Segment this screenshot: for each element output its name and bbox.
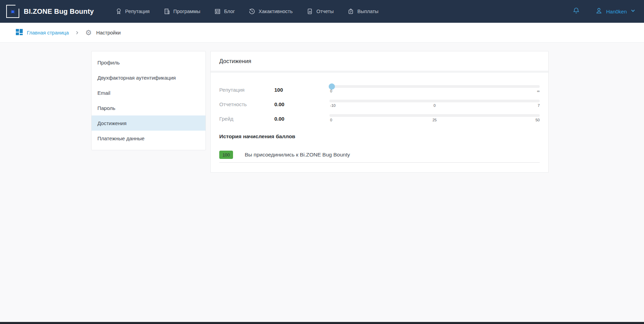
metric-row-reputation: Репутация 100 0 ∞ xyxy=(219,85,540,94)
dashboard-grid-icon xyxy=(15,28,23,37)
breadcrumb-home[interactable]: Главная страница xyxy=(15,28,69,37)
nav-item-reputation[interactable]: Репутация xyxy=(115,8,150,15)
scale-max: 7 xyxy=(538,103,540,108)
history-icon xyxy=(249,8,255,15)
nav-item-programs[interactable]: Программы xyxy=(163,8,200,15)
sidebar-item-achievements[interactable]: Достижения xyxy=(92,115,205,131)
brand-name: BI.ZONE Bug Bounty xyxy=(24,8,94,16)
metric-label: Грейд xyxy=(219,116,274,122)
reputation-slider: 0 ∞ xyxy=(329,85,540,94)
metric-value: 100 xyxy=(274,87,329,93)
nav-right: Han0ken xyxy=(572,7,636,16)
sidebar-item-2fa[interactable]: Двухфакторная аутентификация xyxy=(92,70,205,85)
building-icon xyxy=(163,8,170,15)
breadcrumb: Главная страница ⚙ Настройки xyxy=(0,23,644,43)
report-icon xyxy=(306,8,313,15)
nav-item-label: Репутация xyxy=(125,9,150,14)
metric-value: 0.00 xyxy=(274,116,329,122)
bizone-logo-icon xyxy=(6,5,19,18)
scale-min: 0 xyxy=(330,118,332,122)
slider-scale: -10 0 7 xyxy=(329,103,540,109)
breadcrumb-current-label: Настройки xyxy=(96,30,121,36)
nav-item-label: Отчеты xyxy=(316,9,334,14)
nav-item-reports[interactable]: Отчеты xyxy=(306,8,334,15)
user-icon xyxy=(595,7,603,16)
slider-track xyxy=(329,114,540,117)
user-name: Han0ken xyxy=(606,9,627,14)
notifications-bell-icon[interactable] xyxy=(572,7,580,16)
scale-mid: 25 xyxy=(432,118,436,122)
medal-icon xyxy=(115,8,122,15)
user-menu[interactable]: Han0ken xyxy=(595,7,636,16)
metric-value: 0.00 xyxy=(274,101,329,107)
nav-item-payments[interactable]: Выплаты xyxy=(347,8,378,15)
sidebar-item-password[interactable]: Пароль xyxy=(92,100,205,115)
gear-icon: ⚙ xyxy=(85,29,92,36)
scale-min: 0 xyxy=(330,89,332,93)
history-entry: 100 Вы присоединились к Bi.ZONE Bug Boun… xyxy=(219,151,540,163)
logo-notch xyxy=(15,4,20,9)
sidebar-item-email[interactable]: Email xyxy=(92,85,205,100)
achievements-card: Достижения Репутация 100 0 ∞ Отчетность … xyxy=(210,51,549,173)
nav-item-label: Выплаты xyxy=(357,9,378,14)
metric-row-grade: Грейд 0.00 0 25 50 xyxy=(219,114,540,123)
scale-min: -10 xyxy=(330,103,336,108)
payments-icon xyxy=(347,8,354,15)
slider-track xyxy=(329,85,540,88)
history-entry-text: Вы присоединились к Bi.ZONE Bug Bounty xyxy=(245,152,350,158)
metric-row-reporting: Отчетность 0.00 -10 0 7 xyxy=(219,100,540,109)
metric-label: Репутация xyxy=(219,87,274,93)
sidebar-item-payment-details[interactable]: Платежные данные xyxy=(92,131,205,146)
nav-item-hacktivity[interactable]: Хакактивность xyxy=(249,8,293,15)
scale-max: 50 xyxy=(536,118,540,122)
card-body: Репутация 100 0 ∞ Отчетность 0.00 -10 xyxy=(211,73,548,172)
footer-strip xyxy=(0,322,644,324)
settings-sidebar: Профиль Двухфакторная аутентификация Ema… xyxy=(91,51,206,150)
slider-track xyxy=(329,100,540,102)
nav-item-label: Программы xyxy=(173,9,200,14)
chevron-right-icon xyxy=(75,31,79,35)
top-navbar: BI.ZONE Bug Bounty Репутация Программы xyxy=(0,0,644,23)
card-title: Достижения xyxy=(211,51,548,73)
grade-slider: 0 25 50 xyxy=(329,114,540,123)
nav-menu: Репутация Программы Блог xyxy=(115,8,379,15)
slider-scale: 0 25 50 xyxy=(329,118,540,123)
nav-item-blog[interactable]: Блог xyxy=(214,8,235,15)
bug-icon xyxy=(10,8,16,14)
brand-logo[interactable]: BI.ZONE Bug Bounty xyxy=(6,5,94,18)
metric-label: Отчетность xyxy=(219,101,274,107)
history-title: История начисления баллов xyxy=(219,133,540,140)
nav-item-label: Хакактивность xyxy=(258,9,293,14)
sidebar-item-profile[interactable]: Профиль xyxy=(92,55,205,70)
newspaper-icon xyxy=(214,8,221,15)
breadcrumb-home-link[interactable]: Главная страница xyxy=(27,30,69,36)
slider-scale: 0 ∞ xyxy=(329,89,540,94)
reporting-slider: -10 0 7 xyxy=(329,100,540,109)
scale-mid: 0 xyxy=(433,103,435,108)
breadcrumb-current: ⚙ Настройки xyxy=(85,29,121,36)
scale-max: ∞ xyxy=(537,89,540,93)
nav-item-label: Блог xyxy=(224,9,235,14)
chevron-down-icon xyxy=(630,8,636,15)
points-badge: 100 xyxy=(219,151,233,159)
